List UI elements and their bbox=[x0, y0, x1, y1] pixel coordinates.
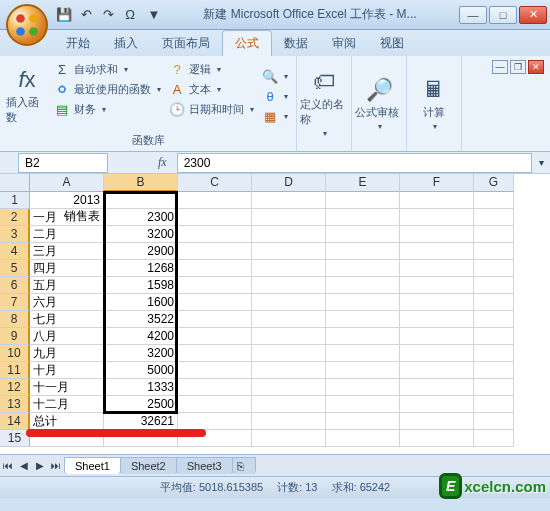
sheet-nav-next[interactable]: ▶ bbox=[32, 460, 48, 471]
cell[interactable] bbox=[400, 430, 474, 447]
cell[interactable]: 一月 bbox=[30, 209, 104, 226]
cell[interactable]: 2300 bbox=[104, 209, 178, 226]
tab-formulas[interactable]: 公式 bbox=[222, 30, 272, 56]
cell[interactable]: 二月 bbox=[30, 226, 104, 243]
col-header-e[interactable]: E bbox=[326, 174, 400, 192]
tab-home[interactable]: 开始 bbox=[54, 31, 102, 56]
maximize-button[interactable]: □ bbox=[489, 6, 517, 24]
row-header[interactable]: 12 bbox=[0, 379, 30, 396]
cell[interactable]: 3522 bbox=[104, 311, 178, 328]
more-functions-button[interactable]: 🔍▾ bbox=[260, 67, 290, 85]
cell[interactable] bbox=[252, 362, 326, 379]
cell[interactable] bbox=[30, 430, 104, 447]
cell[interactable] bbox=[474, 260, 514, 277]
col-header-f[interactable]: F bbox=[400, 174, 474, 192]
row-header[interactable]: 13 bbox=[0, 396, 30, 413]
row-header[interactable]: 3 bbox=[0, 226, 30, 243]
cell[interactable] bbox=[252, 192, 326, 209]
tab-data[interactable]: 数据 bbox=[272, 31, 320, 56]
cell[interactable] bbox=[178, 209, 252, 226]
recent-functions-button[interactable]: ⭘最近使用的函数▾ bbox=[52, 80, 163, 98]
cell[interactable] bbox=[474, 226, 514, 243]
cell[interactable] bbox=[252, 396, 326, 413]
tab-layout[interactable]: 页面布局 bbox=[150, 31, 222, 56]
cell[interactable]: 1333 bbox=[104, 379, 178, 396]
cell[interactable] bbox=[400, 260, 474, 277]
undo-icon[interactable]: ↶ bbox=[78, 7, 94, 23]
cell[interactable]: 1600 bbox=[104, 294, 178, 311]
cell[interactable] bbox=[178, 396, 252, 413]
row-header[interactable]: 11 bbox=[0, 362, 30, 379]
cell[interactable] bbox=[178, 328, 252, 345]
insert-function-button[interactable]: fx 插入函数 bbox=[6, 60, 48, 132]
cell[interactable] bbox=[326, 192, 400, 209]
logical-button[interactable]: ?逻辑▾ bbox=[167, 60, 256, 78]
row-header[interactable]: 2 bbox=[0, 209, 30, 226]
col-header-a[interactable]: A bbox=[30, 174, 104, 192]
autosum-button[interactable]: Σ自动求和▾ bbox=[52, 60, 163, 78]
cell[interactable] bbox=[474, 413, 514, 430]
financial-button[interactable]: ▤财务▾ bbox=[52, 100, 163, 118]
cell[interactable] bbox=[178, 192, 252, 209]
cell[interactable] bbox=[474, 294, 514, 311]
row-header[interactable]: 1 bbox=[0, 192, 30, 209]
sheet-nav-prev[interactable]: ◀ bbox=[16, 460, 32, 471]
cell[interactable] bbox=[400, 192, 474, 209]
cell[interactable]: 3200 bbox=[104, 226, 178, 243]
tab-view[interactable]: 视图 bbox=[368, 31, 416, 56]
cell[interactable] bbox=[474, 345, 514, 362]
cell[interactable] bbox=[326, 243, 400, 260]
cell[interactable]: 十月 bbox=[30, 362, 104, 379]
cell[interactable] bbox=[252, 328, 326, 345]
cell[interactable] bbox=[474, 311, 514, 328]
cell[interactable] bbox=[326, 345, 400, 362]
cell[interactable] bbox=[400, 226, 474, 243]
cell[interactable] bbox=[326, 294, 400, 311]
cell[interactable] bbox=[178, 413, 252, 430]
row-header[interactable]: 9 bbox=[0, 328, 30, 345]
minimize-button[interactable]: ― bbox=[459, 6, 487, 24]
text-button[interactable]: A文本▾ bbox=[167, 80, 256, 98]
cell[interactable] bbox=[326, 209, 400, 226]
cell[interactable] bbox=[252, 294, 326, 311]
cell[interactable] bbox=[252, 311, 326, 328]
cell[interactable]: 32621 bbox=[104, 413, 178, 430]
cell[interactable]: 四月 bbox=[30, 260, 104, 277]
cell[interactable]: 4200 bbox=[104, 328, 178, 345]
sheet-tab-1[interactable]: Sheet1 bbox=[64, 457, 121, 474]
cell[interactable] bbox=[252, 277, 326, 294]
cell[interactable] bbox=[326, 260, 400, 277]
office-button[interactable] bbox=[6, 4, 48, 46]
defined-names-button[interactable]: 🏷定义的名称▾ bbox=[303, 60, 345, 147]
cell[interactable] bbox=[178, 277, 252, 294]
cell[interactable] bbox=[326, 277, 400, 294]
cell[interactable] bbox=[252, 379, 326, 396]
cell[interactable] bbox=[178, 362, 252, 379]
cell[interactable] bbox=[400, 277, 474, 294]
cell[interactable] bbox=[178, 243, 252, 260]
col-header-d[interactable]: D bbox=[252, 174, 326, 192]
cell[interactable] bbox=[178, 260, 252, 277]
cell[interactable] bbox=[326, 379, 400, 396]
sheet-tab-3[interactable]: Sheet3 bbox=[176, 457, 233, 474]
cell[interactable]: 六月 bbox=[30, 294, 104, 311]
cell[interactable] bbox=[474, 328, 514, 345]
cell[interactable]: 五月 bbox=[30, 277, 104, 294]
cell[interactable] bbox=[104, 430, 178, 447]
sheet-tab-2[interactable]: Sheet2 bbox=[120, 457, 177, 474]
formula-audit-button[interactable]: 🔎公式审核▾ bbox=[358, 60, 400, 147]
cell[interactable] bbox=[252, 260, 326, 277]
cell[interactable] bbox=[400, 294, 474, 311]
cell[interactable]: 2900 bbox=[104, 243, 178, 260]
cell[interactable]: 总计 bbox=[30, 413, 104, 430]
cell[interactable] bbox=[178, 345, 252, 362]
cell[interactable]: 十二月 bbox=[30, 396, 104, 413]
doc-minimize-button[interactable]: ― bbox=[492, 60, 508, 74]
cell[interactable] bbox=[474, 362, 514, 379]
cell[interactable] bbox=[326, 430, 400, 447]
print-icon[interactable]: Ω bbox=[122, 7, 138, 23]
tab-review[interactable]: 审阅 bbox=[320, 31, 368, 56]
cell[interactable]: 七月 bbox=[30, 311, 104, 328]
cell[interactable] bbox=[474, 209, 514, 226]
name-box[interactable]: B2 bbox=[18, 153, 108, 173]
